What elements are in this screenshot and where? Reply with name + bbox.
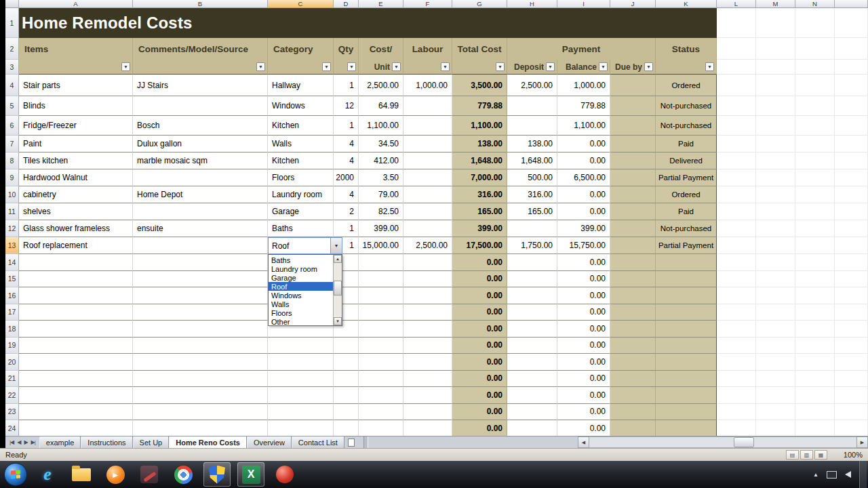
cell-category[interactable]: Laundry room xyxy=(268,186,334,203)
cell-comments[interactable]: JJ Stairs xyxy=(133,75,268,96)
row-header-21[interactable]: 21 xyxy=(5,371,19,388)
cell-comments[interactable]: Bosch xyxy=(133,116,268,136)
sheet-tab-overview[interactable]: Overview xyxy=(247,436,292,448)
cell-due-by[interactable] xyxy=(610,152,656,169)
cell-outside[interactable] xyxy=(756,354,795,371)
cell-due-by[interactable] xyxy=(610,271,656,288)
dropdown-scrollbar[interactable]: ▲ ▼ xyxy=(333,255,342,325)
cell-cost-unit[interactable] xyxy=(359,321,403,338)
cell-outside[interactable] xyxy=(756,96,795,116)
filter-dropdown-icon[interactable]: ▼ xyxy=(496,62,505,71)
cell-comments[interactable] xyxy=(133,304,268,321)
cell-outside[interactable] xyxy=(795,169,835,186)
cell-outside[interactable] xyxy=(717,75,756,96)
cell-cost-unit[interactable]: 82.50 xyxy=(359,203,403,220)
cell-comments[interactable] xyxy=(133,254,268,271)
cell-due-by[interactable] xyxy=(610,371,656,388)
cell-labour[interactable] xyxy=(403,203,452,220)
cell-comments[interactable] xyxy=(133,169,268,186)
cell-due-by[interactable] xyxy=(610,338,656,354)
cell-items[interactable]: Paint xyxy=(19,136,133,152)
cell-category[interactable] xyxy=(268,338,334,354)
cell-total-cost[interactable]: 1,100.00 xyxy=(452,116,507,136)
cell-comments[interactable] xyxy=(133,96,268,116)
cell-category[interactable]: Hallway xyxy=(268,75,334,96)
cell-qty[interactable] xyxy=(334,338,359,354)
cell-qty[interactable] xyxy=(334,371,359,388)
cell-outside[interactable] xyxy=(795,287,835,304)
cell-outside[interactable] xyxy=(717,304,756,321)
cell-labour[interactable] xyxy=(403,220,452,237)
cell-qty[interactable]: 1 xyxy=(334,75,359,96)
cell-qty[interactable]: 2 xyxy=(334,203,359,220)
cell-outside[interactable] xyxy=(795,338,835,354)
cell-labour[interactable] xyxy=(403,387,452,404)
cell-deposit[interactable] xyxy=(507,220,557,237)
row-header-5[interactable]: 5 xyxy=(5,96,19,116)
cell-items[interactable]: cabinetry xyxy=(19,186,133,203)
filter-dropdown-icon[interactable]: ▼ xyxy=(599,62,608,71)
cell-labour[interactable] xyxy=(403,354,452,371)
cell-outside[interactable] xyxy=(795,152,835,169)
cell-due-by[interactable] xyxy=(610,404,656,421)
filter-dropdown-icon[interactable]: ▼ xyxy=(546,62,555,71)
filter-dropdown-icon[interactable]: ▼ xyxy=(322,62,331,71)
cell-items[interactable]: Roof replacement xyxy=(19,237,133,254)
cell-outside[interactable] xyxy=(756,75,795,96)
cell-labour[interactable] xyxy=(403,96,452,116)
row-header-7[interactable]: 7 xyxy=(5,136,19,152)
column-header-I[interactable]: I xyxy=(557,0,610,8)
cell-items[interactable]: shelves xyxy=(19,203,133,220)
filter-dropdown-icon[interactable]: ▼ xyxy=(392,62,401,71)
column-header-H[interactable]: H xyxy=(507,0,557,8)
cell-category[interactable]: Baths xyxy=(268,220,334,237)
cell-deposit[interactable]: 2,500.00 xyxy=(507,75,557,96)
cell-balance[interactable]: 0.00 xyxy=(557,186,610,203)
cell-items[interactable]: Hardwood Walnut xyxy=(19,169,133,186)
cell-qty[interactable]: 4 xyxy=(334,152,359,169)
cell-qty[interactable]: 4 xyxy=(334,136,359,152)
cell-due-by[interactable] xyxy=(610,186,656,203)
cell-labour[interactable] xyxy=(403,254,452,271)
cell-total-cost[interactable]: 7,000.00 xyxy=(452,169,507,186)
cell-total-cost[interactable]: 3,500.00 xyxy=(452,75,507,96)
cell-outside[interactable] xyxy=(756,338,795,354)
cell-items[interactable]: Glass shower frameless xyxy=(19,220,133,237)
cell-due-by[interactable] xyxy=(610,96,656,116)
zoom-level[interactable]: 100% xyxy=(837,451,863,459)
scroll-down-icon[interactable]: ▼ xyxy=(334,317,342,325)
column-header-E[interactable]: E xyxy=(359,0,403,8)
sheet-tab-home-reno-costs[interactable]: Home Reno Costs xyxy=(169,436,247,448)
cell-deposit[interactable] xyxy=(507,387,557,404)
insert-worksheet-button[interactable] xyxy=(344,436,358,448)
cell-status[interactable] xyxy=(656,404,717,421)
cell-comments[interactable] xyxy=(133,354,268,371)
cell-outside[interactable] xyxy=(756,287,795,304)
cell-qty[interactable]: 12 xyxy=(334,96,359,116)
cell-labour[interactable] xyxy=(403,321,452,338)
cell-outside[interactable] xyxy=(756,152,795,169)
cell-cost-unit[interactable] xyxy=(359,304,403,321)
cell-items[interactable]: Tiles kitchen xyxy=(19,152,133,169)
cell-deposit[interactable] xyxy=(507,354,557,371)
cell-total-cost[interactable]: 138.00 xyxy=(452,136,507,152)
cell-labour[interactable] xyxy=(403,371,452,388)
cell-outside[interactable] xyxy=(756,60,795,75)
sheet-tab-contact-list[interactable]: Contact List xyxy=(292,436,344,448)
tab-splitter-handle[interactable] xyxy=(363,436,368,448)
cell-outside[interactable] xyxy=(756,321,795,338)
hscroll-track[interactable] xyxy=(589,436,856,448)
cell-balance[interactable]: 0.00 xyxy=(557,136,610,152)
cell-status[interactable] xyxy=(656,387,717,404)
cell-due-by[interactable] xyxy=(610,321,656,338)
cell-total-cost[interactable]: 0.00 xyxy=(452,271,507,288)
cell-outside[interactable] xyxy=(756,8,795,38)
cell-cost-unit[interactable] xyxy=(359,387,403,404)
cell-balance[interactable]: 0.00 xyxy=(557,203,610,220)
cell-comments[interactable]: marble mosaic sqm xyxy=(133,152,268,169)
cell-outside[interactable] xyxy=(756,254,795,271)
cell-total-cost[interactable]: 1,648.00 xyxy=(452,152,507,169)
cell-outside[interactable] xyxy=(756,420,795,436)
cell-cost-unit[interactable] xyxy=(359,287,403,304)
cell-cost-unit[interactable] xyxy=(359,271,403,288)
